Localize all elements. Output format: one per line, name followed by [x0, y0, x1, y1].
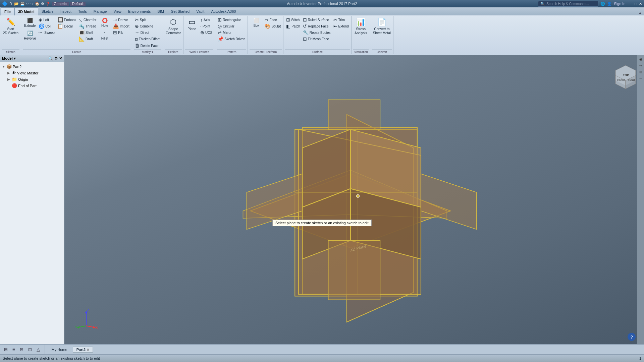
- save-icon[interactable]: 💾: [20, 2, 25, 6]
- btn-replace-face[interactable]: ↺ Replace Face: [302, 23, 332, 29]
- tab-file[interactable]: File: [1, 7, 14, 15]
- btn-decal[interactable]: 📋 Decal: [56, 23, 77, 29]
- tab-environments[interactable]: Environments: [125, 7, 154, 15]
- btn-ruled-surface[interactable]: ⊟ Ruled Surface: [302, 17, 332, 23]
- filter-icon[interactable]: 🔍: [48, 56, 53, 61]
- restore-icon[interactable]: □: [635, 2, 637, 6]
- tab-tools[interactable]: Tools: [75, 7, 90, 15]
- btn-plane[interactable]: ▭ Plane: [185, 17, 199, 32]
- btn-direct[interactable]: → Direct: [134, 29, 161, 36]
- btn-chamfer[interactable]: ◺ Chamfer: [78, 17, 97, 23]
- view-btn-4[interactable]: ⊡: [27, 346, 33, 353]
- home-icon[interactable]: 🏠: [35, 2, 40, 6]
- close-tab-icon[interactable]: ✕: [87, 348, 89, 352]
- vp-btn-2[interactable]: ⇔: [639, 63, 643, 68]
- titlebar: 🔷 🗋 📂 💾 ↩ ↪ 🏠 ⚙ ❓ Generic Default Autode…: [0, 0, 644, 7]
- btn-loft[interactable]: ◈ Loft: [38, 17, 56, 23]
- btn-stitch[interactable]: ⊞ Stitch: [285, 17, 301, 23]
- btn-face[interactable]: ▱ Face: [264, 17, 282, 23]
- minimize-icon[interactable]: ─: [630, 2, 633, 6]
- sweep-icon: 〰: [39, 30, 43, 35]
- btn-stress-analysis[interactable]: 📊 StressAnalysis: [353, 17, 369, 36]
- btn-rib[interactable]: ⊞ Rib: [112, 29, 130, 36]
- close-icon[interactable]: ✕: [639, 2, 642, 6]
- tab-view[interactable]: View: [110, 7, 125, 15]
- viewcube[interactable]: TOP FRONT RIGHT: [610, 62, 637, 89]
- tree-item-part2[interactable]: ▼ 📦 Part2: [1, 63, 63, 70]
- close-panel-icon[interactable]: ✕: [59, 56, 62, 61]
- view-btn-5[interactable]: △: [35, 346, 41, 353]
- tree-item-end-of-part[interactable]: 🔴 End of Part: [7, 82, 63, 89]
- btn-trim[interactable]: ✂ Trim: [332, 17, 350, 23]
- view-btn-2[interactable]: ≡: [11, 346, 16, 353]
- btn-mirror[interactable]: ⇌ Mirror: [217, 29, 246, 36]
- vp-btn-1[interactable]: ◉: [639, 57, 643, 62]
- network-icon[interactable]: 🌐: [600, 2, 605, 6]
- ribbon-collapse[interactable]: ▲: [636, 10, 644, 15]
- btn-extrude[interactable]: ⬛ Extrude: [23, 17, 37, 29]
- btn-shape-generator[interactable]: ⬡ ShapeGenerator: [165, 17, 182, 36]
- vp-btn-3[interactable]: ⊞: [639, 69, 643, 74]
- btn-axis[interactable]: ↕ Axis: [199, 17, 213, 23]
- redo-icon[interactable]: ↪: [31, 2, 34, 6]
- btn-split[interactable]: ✂ Split: [134, 17, 161, 23]
- tab-bim[interactable]: BIM: [154, 7, 167, 15]
- btn-revolve[interactable]: 🔄 Revolve: [23, 29, 37, 42]
- tab-manage[interactable]: Manage: [90, 7, 110, 15]
- btn-emboss[interactable]: 🔲 Emboss: [56, 17, 77, 23]
- btn-sweep[interactable]: 〰 Sweep: [38, 29, 56, 36]
- btn-fillet[interactable]: ◜ Fillet: [98, 29, 111, 42]
- btn-start-2d-sketch[interactable]: ✏️ Start2D Sketch: [2, 17, 19, 36]
- help-icon[interactable]: ❓: [46, 2, 50, 6]
- btn-delete-face[interactable]: 🗑 Delete Face: [134, 43, 161, 49]
- open-icon[interactable]: 📂: [14, 2, 19, 6]
- btn-sculpt[interactable]: 🎨 Sculpt: [264, 23, 282, 29]
- tab-inspect[interactable]: Inspect: [56, 7, 75, 15]
- tab-sketch[interactable]: Sketch: [38, 7, 56, 15]
- btn-thicken[interactable]: ⧈ Thicken/Offset: [134, 36, 161, 42]
- undo-icon[interactable]: ↩: [26, 2, 29, 6]
- viewport[interactable]: XZ Plane Select plane to create sketch o…: [64, 55, 644, 344]
- btn-extend[interactable]: ⇤ Extend: [332, 23, 350, 29]
- btn-point[interactable]: · Point: [199, 23, 213, 29]
- new-icon[interactable]: 🗋: [9, 2, 13, 6]
- style-selector[interactable]: Generic: [52, 2, 69, 6]
- btn-derive[interactable]: ⇢ Derive: [112, 17, 130, 23]
- default-selector[interactable]: Default: [70, 2, 86, 6]
- view-btn-1[interactable]: ⊞: [3, 346, 9, 353]
- btn-ucs[interactable]: ⊕ UCS: [199, 29, 213, 36]
- btn-patch[interactable]: ◧ Patch: [285, 23, 301, 29]
- sign-in[interactable]: Sign In: [614, 2, 625, 6]
- tab-autodesk-a360[interactable]: Autodesk A360: [208, 7, 239, 15]
- tab-part2[interactable]: Part2 ✕: [73, 347, 93, 353]
- btn-box[interactable]: ⬜ Box: [250, 17, 263, 29]
- btn-hole[interactable]: ⭕ Hole: [98, 17, 111, 29]
- btn-sketch-driven[interactable]: 📌 Sketch Driven: [217, 36, 246, 42]
- tree-item-origin[interactable]: ▶ 📁 Origin: [7, 76, 63, 82]
- vp-btn-4[interactable]: ─: [639, 76, 642, 81]
- view-btn-3[interactable]: ⊟: [18, 346, 25, 353]
- btn-thread[interactable]: 🔩 Thread: [78, 23, 97, 29]
- tab-getstarted[interactable]: Get Started: [167, 7, 193, 15]
- btn-combine[interactable]: ⊕ Combine: [134, 23, 161, 29]
- search-help[interactable]: 🔍 Search Help & Commands...: [538, 1, 598, 7]
- options-icon[interactable]: ⚙: [54, 56, 58, 61]
- btn-fit-mesh-face[interactable]: ⊡ Fit Mesh Face: [302, 36, 332, 42]
- btn-import[interactable]: 📥 Import: [112, 23, 130, 29]
- tree-item-view-master[interactable]: ▶ 👁 View: Master: [7, 70, 63, 76]
- settings-icon[interactable]: ⚙: [41, 2, 44, 6]
- help-btn-vp[interactable]: ?: [628, 333, 636, 341]
- btn-rectangular[interactable]: ⊞ Rectangular: [217, 17, 246, 23]
- btn-draft[interactable]: 📐 Draft: [78, 36, 97, 42]
- btn-coil[interactable]: 🌀 Coil: [38, 23, 56, 29]
- btn-repair-bodies[interactable]: 🔧 Repair Bodies: [302, 29, 332, 36]
- btn-convert-sheet-metal[interactable]: 📄 Convert toSheet Metal: [372, 17, 392, 36]
- btn-shell[interactable]: 🔳 Shell: [78, 29, 97, 36]
- btn-circular[interactable]: ◎ Circular: [217, 23, 246, 29]
- tab-3dmodel[interactable]: 3D Model: [14, 7, 38, 15]
- view-master-label: View: Master: [17, 71, 38, 75]
- user-icon[interactable]: 👤: [607, 2, 612, 6]
- tab-my-home[interactable]: My Home: [48, 347, 71, 352]
- tab-vault[interactable]: Vault: [193, 7, 208, 15]
- titlebar-left: 🔷 🗋 📂 💾 ↩ ↪ 🏠 ⚙ ❓ Generic Default: [2, 1, 86, 6]
